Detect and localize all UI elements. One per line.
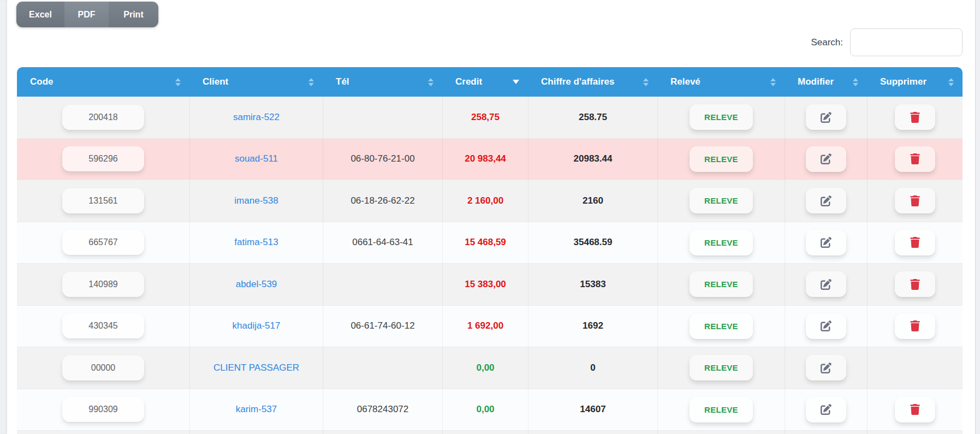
client-link[interactable]: abdel-539 [236, 279, 277, 290]
delete-cell [867, 180, 963, 222]
edit-icon [821, 362, 831, 373]
delete-cell [867, 306, 963, 347]
modify-cell [785, 180, 867, 222]
edit-button[interactable] [806, 104, 846, 130]
edit-button[interactable] [806, 146, 846, 172]
column-header-supprimer[interactable]: Supprimer [867, 67, 963, 97]
edit-icon [821, 112, 831, 123]
releve-button[interactable]: RELEVE [690, 188, 753, 213]
sort-up-arrow [308, 78, 314, 81]
pdf-export-button[interactable]: PDF [64, 2, 109, 27]
delete-button[interactable] [895, 397, 935, 423]
search-input[interactable] [850, 28, 963, 56]
code-cell: 140989 [17, 264, 189, 305]
releve-button[interactable]: RELEVE [690, 397, 753, 423]
revenue-value: 20983.44 [574, 153, 613, 164]
releve-button[interactable]: RELEVE [690, 313, 753, 339]
edit-button[interactable] [806, 355, 846, 381]
column-header-modifier[interactable]: Modifier [785, 67, 867, 97]
delete-button[interactable] [895, 104, 935, 130]
credit-cell: 0,00 [442, 347, 528, 389]
sort-arrows-icon[interactable] [853, 78, 858, 86]
sort-arrows-icon[interactable] [948, 78, 954, 86]
releve-cell: RELEVE [657, 389, 785, 431]
releve-cell: RELEVE [657, 347, 785, 389]
column-label: Supprimer [880, 76, 926, 87]
client-phone: 0661-64-63-41 [352, 237, 413, 248]
client-phone: 06-80-76-21-00 [351, 153, 414, 164]
releve-button[interactable]: RELEVE [690, 271, 753, 297]
column-header-releve[interactable]: Relevé [657, 67, 785, 97]
column-label: Chiffre d'affaires [541, 76, 614, 87]
table-row: 990309karim-53706782430720,0014607RELEVE [17, 389, 963, 431]
edit-button[interactable] [806, 271, 846, 297]
delete-cell [867, 347, 963, 389]
sort-arrows-icon[interactable] [308, 78, 314, 86]
revenue-value: 258.75 [579, 112, 607, 123]
releve-cell: RELEVE [657, 180, 785, 222]
edit-icon [821, 195, 831, 206]
revenue-cell: 0 [528, 347, 657, 389]
excel-export-button[interactable]: Excel [16, 2, 64, 27]
sort-arrows-icon[interactable] [175, 78, 181, 86]
client-phone: 0678243072 [357, 404, 409, 415]
credit-cell: 258,75 [442, 97, 528, 138]
column-header-credit[interactable]: Credit [442, 67, 528, 97]
delete-button[interactable] [895, 230, 935, 255]
edit-icon [821, 404, 831, 415]
client-cell: samira-522 [189, 97, 323, 138]
delete-cell [867, 389, 963, 431]
column-header-code[interactable]: Code [17, 67, 189, 97]
print-button[interactable]: Print [109, 2, 158, 27]
table-row: 665767fatima-5130661-64-63-4115 468,5935… [17, 222, 963, 264]
column-header-chiffre-daffaires[interactable]: Chiffre d'affaires [528, 67, 657, 97]
client-link[interactable]: imane-538 [234, 195, 278, 206]
trash-icon [910, 112, 920, 123]
releve-cell: RELEVE [657, 306, 785, 347]
client-link[interactable]: fatima-513 [234, 237, 278, 248]
edit-button[interactable] [806, 230, 846, 255]
sort-arrows-icon[interactable] [643, 78, 649, 86]
trash-icon [910, 195, 920, 206]
clients-table: CodeClientTélCreditChiffre d'affairesRel… [17, 67, 963, 434]
releve-button[interactable]: RELEVE [690, 355, 753, 381]
client-link[interactable]: khadija-517 [233, 320, 281, 331]
trash-icon [910, 404, 920, 415]
column-label: Credit [455, 76, 482, 87]
client-link[interactable]: souad-511 [235, 153, 278, 164]
sort-arrows-icon[interactable] [770, 78, 776, 86]
scrollbar-track[interactable] [975, 0, 980, 434]
delete-button[interactable] [895, 188, 935, 213]
revenue-value: 0 [590, 362, 595, 373]
delete-cell [867, 222, 963, 264]
trash-icon [910, 153, 920, 164]
client-cell: karim-537 [189, 389, 323, 431]
releve-button[interactable]: RELEVE [690, 146, 753, 172]
sort-up-arrow [175, 78, 181, 81]
column-header-client[interactable]: Client [189, 67, 323, 97]
delete-button[interactable] [895, 146, 935, 172]
client-cell: souad-511 [189, 139, 323, 180]
edit-button[interactable] [806, 188, 846, 213]
column-header-tel[interactable]: Tél [323, 67, 442, 97]
sort-down-arrow [853, 83, 858, 86]
releve-button[interactable]: RELEVE [690, 230, 753, 255]
sort-desc-icon[interactable] [513, 80, 519, 84]
edit-button[interactable] [806, 397, 846, 423]
modify-cell [785, 389, 867, 431]
revenue-value: 15383 [580, 279, 605, 290]
edit-button[interactable] [806, 313, 846, 339]
delete-button[interactable] [895, 313, 935, 339]
sort-arrows-icon[interactable] [428, 78, 433, 86]
client-link[interactable]: CLIENT PASSAGER [213, 362, 299, 373]
revenue-cell: 258.75 [528, 97, 657, 138]
releve-button[interactable]: RELEVE [690, 104, 753, 130]
client-link[interactable]: samira-522 [233, 112, 280, 123]
delete-cell [867, 97, 963, 138]
delete-button[interactable] [895, 271, 935, 297]
empty-cell [657, 431, 785, 434]
revenue-value: 14607 [580, 404, 605, 415]
edit-icon [821, 153, 831, 164]
client-link[interactable]: karim-537 [236, 404, 277, 415]
code-badge: 430345 [62, 313, 144, 338]
